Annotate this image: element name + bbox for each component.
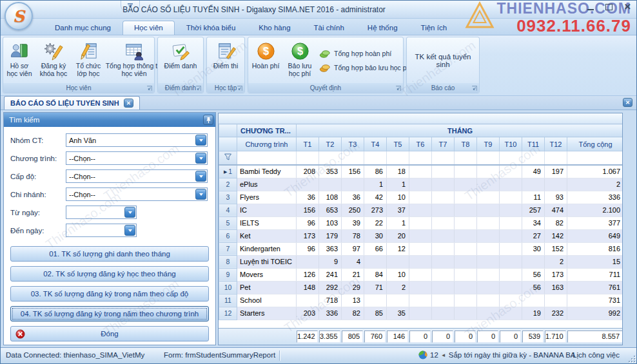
- month-value-cell[interactable]: 37: [387, 204, 409, 216]
- filter-cell[interactable]: [545, 151, 567, 166]
- month-value-cell[interactable]: 232: [545, 307, 567, 320]
- month-value-cell[interactable]: [500, 216, 522, 229]
- chevron-down-icon[interactable]: [124, 207, 135, 218]
- band-program-header[interactable]: CHƯƠNG TR...: [237, 124, 297, 137]
- month-value-cell[interactable]: [500, 255, 522, 268]
- month-value-cell[interactable]: 653: [319, 204, 342, 216]
- program-name-cell[interactable]: Starters: [237, 307, 297, 320]
- resize-grip-icon[interactable]: [627, 354, 635, 362]
- month-value-cell[interactable]: 163: [545, 281, 567, 294]
- month-value-cell[interactable]: 96: [297, 216, 319, 229]
- month-value-cell[interactable]: [342, 178, 364, 191]
- month-value-cell[interactable]: [455, 268, 477, 281]
- month-value-cell[interactable]: 9: [319, 255, 342, 268]
- menu-tab-thoi-khoa-bieu[interactable]: Thời khóa biểu: [175, 21, 248, 35]
- program-name-cell[interactable]: Pet: [237, 281, 297, 294]
- column-header-program[interactable]: Chương trình: [237, 137, 297, 151]
- work-schedule-panel[interactable]: Lịch công việc: [573, 351, 620, 359]
- month-value-cell[interactable]: [477, 307, 500, 320]
- month-value-cell[interactable]: 39: [342, 216, 364, 229]
- program-name-cell[interactable]: Kindergarten: [237, 242, 297, 255]
- month-value-cell[interactable]: [409, 191, 432, 204]
- month-value-cell[interactable]: 35: [387, 307, 409, 320]
- month-value-cell[interactable]: [432, 242, 455, 255]
- row-total-cell[interactable]: 711: [567, 268, 623, 281]
- month-value-cell[interactable]: [545, 178, 567, 191]
- month-value-cell[interactable]: 173: [297, 229, 319, 242]
- month-value-cell[interactable]: [477, 294, 500, 307]
- month-value-cell[interactable]: 71: [364, 281, 387, 294]
- month-value-cell[interactable]: [455, 229, 477, 242]
- menu-tab-kho-hang[interactable]: Kho hàng: [247, 21, 302, 35]
- report-button-01[interactable]: 01. TK số lượng ghi danh theo tháng: [10, 246, 209, 262]
- month-value-cell[interactable]: [545, 294, 567, 307]
- month-value-cell[interactable]: [455, 204, 477, 216]
- row-total-cell[interactable]: 336: [567, 191, 623, 204]
- month-value-cell[interactable]: 56: [522, 268, 545, 281]
- program-name-cell[interactable]: School: [237, 294, 297, 307]
- filter-cell[interactable]: [455, 151, 477, 166]
- month-value-cell[interactable]: [500, 229, 522, 242]
- menu-tab-he-thong[interactable]: Hệ thống: [356, 21, 409, 35]
- table-row[interactable]: 2ePlus112: [219, 178, 623, 191]
- minimize-icon[interactable]: [587, 5, 594, 10]
- column-header-t2[interactable]: T2: [319, 137, 342, 151]
- month-value-cell[interactable]: [477, 191, 500, 204]
- month-value-cell[interactable]: 148: [297, 281, 319, 294]
- filter-cell[interactable]: [319, 151, 342, 166]
- student-profile-button[interactable]: Hồ sơ học viên: [4, 38, 35, 83]
- admission-result-report-button[interactable]: TK kết quả tuyển sinh: [407, 38, 478, 83]
- row-indicator[interactable]: 8: [219, 255, 237, 268]
- table-row[interactable]: 7Kindergarten9636397661230152816: [219, 242, 623, 255]
- filter-cell[interactable]: [567, 151, 623, 166]
- month-value-cell[interactable]: [432, 191, 455, 204]
- month-value-cell[interactable]: [409, 204, 432, 216]
- menu-tab-hoc-vien[interactable]: Học viên: [122, 21, 175, 35]
- month-value-cell[interactable]: [477, 281, 500, 294]
- month-value-cell[interactable]: [500, 294, 522, 307]
- month-value-cell[interactable]: [319, 178, 342, 191]
- chevron-down-icon[interactable]: [195, 153, 206, 164]
- class-organize-button[interactable]: Tổ chức lớp học: [72, 38, 104, 83]
- month-value-cell[interactable]: 27: [522, 229, 545, 242]
- month-value-cell[interactable]: 1: [387, 178, 409, 191]
- month-value-cell[interactable]: [432, 281, 455, 294]
- program-name-cell[interactable]: ePlus: [237, 178, 297, 191]
- course-register-button[interactable]: Đăng ký khóa học: [35, 38, 72, 83]
- combo-nhom-ct[interactable]: Anh Văn: [66, 133, 208, 147]
- month-value-cell[interactable]: 97: [342, 242, 364, 255]
- month-value-cell[interactable]: 78: [342, 229, 364, 242]
- month-value-cell[interactable]: [432, 255, 455, 268]
- table-row[interactable]: 4IC156653250273372574742.100: [219, 204, 623, 216]
- report-button-03[interactable]: 03. TK số lượng đăng ký trong năm theo c…: [10, 286, 209, 302]
- month-value-cell[interactable]: 82: [545, 216, 567, 229]
- month-value-cell[interactable]: 84: [364, 268, 387, 281]
- month-value-cell[interactable]: [432, 178, 455, 191]
- filter-cell[interactable]: [477, 151, 500, 166]
- month-value-cell[interactable]: [455, 294, 477, 307]
- month-value-cell[interactable]: [500, 281, 522, 294]
- close-panel-button[interactable]: Đóng: [10, 326, 209, 341]
- report-button-04[interactable]: 04. TK số lượng đăng ký trong năm theo c…: [10, 306, 209, 321]
- month-value-cell[interactable]: 142: [545, 229, 567, 242]
- month-value-cell[interactable]: 241: [319, 268, 342, 281]
- month-value-cell[interactable]: [522, 294, 545, 307]
- chevron-down-icon[interactable]: [195, 189, 206, 200]
- month-value-cell[interactable]: 96: [297, 242, 319, 255]
- month-value-cell[interactable]: 2: [545, 255, 567, 268]
- month-value-cell[interactable]: [297, 255, 319, 268]
- student-summary-button[interactable]: Tổng hợp thông tin học viên: [104, 38, 164, 83]
- report-button-02[interactable]: 02. TK số lượng đăng ký học theo tháng: [10, 266, 209, 282]
- month-value-cell[interactable]: [455, 191, 477, 204]
- column-header-t3[interactable]: T3: [342, 137, 364, 151]
- tuition-reserve-button[interactable]: $ Bảo lưu học phí: [282, 38, 317, 83]
- row-indicator[interactable]: 4: [219, 204, 237, 216]
- month-value-cell[interactable]: [409, 165, 432, 178]
- month-value-cell[interactable]: 30: [522, 242, 545, 255]
- month-value-cell[interactable]: 173: [545, 268, 567, 281]
- program-name-cell[interactable]: Flyers: [237, 191, 297, 204]
- month-value-cell[interactable]: [409, 294, 432, 307]
- column-header-t11[interactable]: T11: [522, 137, 545, 151]
- month-value-cell[interactable]: 250: [342, 204, 364, 216]
- month-value-cell[interactable]: 718: [319, 294, 342, 307]
